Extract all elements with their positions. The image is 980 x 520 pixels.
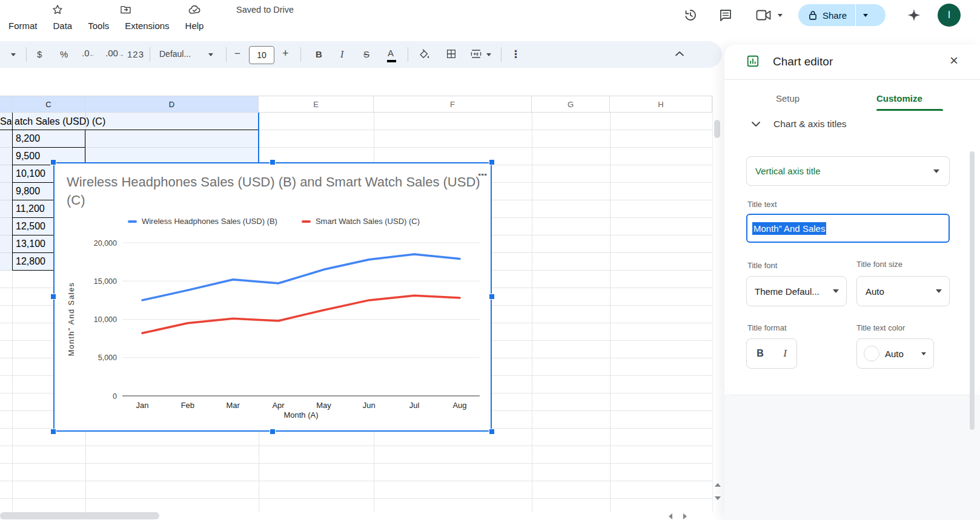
chart-resize-handle[interactable]	[489, 294, 495, 300]
more-toolbar-button[interactable]: ⋮	[511, 48, 521, 61]
active-tab-underline	[876, 109, 943, 111]
chart-plot: 05,00010,00015,00020,000JanFebMarAprMayJ…	[55, 163, 493, 433]
meet-dropdown-caret[interactable]	[778, 14, 783, 17]
cell-border	[12, 113, 13, 130]
collapse-toolbar-icon[interactable]	[674, 50, 686, 58]
comment-icon[interactable]	[718, 8, 733, 22]
decrease-font-size-button[interactable]: −	[234, 48, 240, 60]
panel-title: Chart editor	[773, 55, 833, 68]
toolbar-dropdown-caret[interactable]	[11, 53, 16, 56]
column-header-partial[interactable]	[0, 96, 12, 112]
merge-cells-caret[interactable]	[486, 53, 491, 56]
title-text-label: Title text	[747, 200, 777, 209]
title-font-size-select[interactable]: Auto	[856, 276, 950, 306]
section-chart-axis-titles[interactable]: Chart & axis titles	[773, 119, 847, 130]
scroll-down-arrow[interactable]	[715, 496, 721, 500]
scroll-right-arrow[interactable]	[683, 513, 687, 519]
tab-customize[interactable]: Customize	[876, 93, 922, 104]
embedded-chart[interactable]: Wireless Headphones Sales (USD) (B) and …	[53, 162, 492, 432]
menu-format[interactable]: Format	[7, 18, 39, 33]
format-currency-button[interactable]: $	[37, 49, 42, 59]
axis-title-select[interactable]: Vertical axis title	[746, 156, 950, 186]
title-italic-button[interactable]: I	[783, 348, 786, 359]
increase-decimal-button[interactable]: .00→	[105, 48, 124, 58]
grid-vline	[610, 113, 611, 512]
column-header-e[interactable]: E	[259, 96, 374, 112]
close-icon[interactable]: ×	[950, 52, 958, 69]
chart-resize-handle[interactable]	[50, 294, 56, 300]
h-scrollbar-thumb[interactable]	[0, 512, 159, 519]
column-header-c[interactable]: C	[12, 96, 85, 112]
toolbar-separator	[150, 47, 150, 62]
text-color-button[interactable]: A	[388, 48, 394, 59]
italic-button[interactable]: I	[340, 49, 343, 60]
increase-font-size-button[interactable]: +	[282, 47, 289, 60]
toolbar-separator	[501, 47, 502, 62]
decrease-decimal-button[interactable]: .0←	[82, 48, 96, 58]
title-font-value: Theme Defaul...	[755, 286, 819, 297]
format-percent-button[interactable]: %	[60, 49, 68, 59]
menu-data[interactable]: Data	[52, 18, 74, 33]
title-font-size-caret	[936, 289, 942, 293]
v-scrollbar-thumb[interactable]	[714, 120, 720, 138]
menu-help[interactable]: Help	[184, 18, 205, 33]
share-button[interactable]: Share	[823, 10, 847, 21]
chart-resize-handle[interactable]	[270, 429, 276, 435]
title-text-color-caret	[921, 352, 926, 355]
menu-tools[interactable]: Tools	[87, 18, 110, 33]
chart-resize-handle[interactable]	[50, 429, 56, 435]
column-header-d[interactable]: D	[85, 96, 259, 112]
strikethrough-button[interactable]: S	[363, 49, 369, 59]
chart-editor-panel: Chart editor × Setup Customize Chart & a…	[724, 45, 980, 520]
more-formats-button[interactable]: 123	[127, 49, 144, 59]
move-folder-icon[interactable]	[119, 4, 132, 16]
bold-button[interactable]: B	[316, 49, 322, 59]
chart-resize-handle[interactable]	[270, 159, 276, 165]
y-tick-label: 20,000	[94, 239, 117, 248]
v-scrollbar-track[interactable]	[712, 96, 723, 512]
cell-c1[interactable]: atch Sales (USD) (C)	[15, 113, 105, 130]
title-text-color-select[interactable]: Auto	[856, 338, 934, 369]
toolbar-separator	[408, 47, 408, 62]
chevron-down-icon[interactable]	[751, 121, 761, 128]
title-text-input[interactable]: Month” And Sales	[746, 214, 950, 243]
font-family-caret[interactable]	[208, 53, 213, 56]
merge-cells-icon[interactable]	[470, 49, 482, 59]
cloud-saved-icon[interactable]	[188, 4, 202, 16]
y-tick-label: 5,000	[98, 354, 117, 362]
chart-editor-icon	[746, 54, 760, 68]
column-header-g[interactable]: G	[532, 96, 610, 112]
chart-resize-handle[interactable]	[50, 159, 56, 165]
fill-color-icon[interactable]	[418, 48, 430, 60]
title-text-color-label: Title text color	[856, 323, 905, 332]
cell-c2[interactable]: 8,200	[13, 130, 85, 148]
version-history-icon[interactable]	[683, 8, 698, 22]
scroll-up-arrow[interactable]	[715, 483, 721, 487]
avatar[interactable]: I	[938, 4, 961, 27]
column-header-h[interactable]: H	[610, 96, 712, 112]
font-size-input[interactable]: 10	[249, 46, 274, 64]
grid-vline	[532, 113, 532, 512]
font-family-select[interactable]: Defaul...	[159, 49, 191, 59]
tab-setup[interactable]: Setup	[776, 93, 800, 104]
app-window: { "topbar": { "saved_status": "Saved to …	[0, 0, 980, 520]
chart-resize-handle[interactable]	[489, 159, 495, 165]
cell-b1-fragment[interactable]: Sal	[0, 113, 12, 130]
column-header-f[interactable]: F	[374, 96, 532, 112]
star-icon[interactable]	[51, 4, 64, 16]
borders-icon[interactable]	[446, 48, 457, 59]
title-font-select[interactable]: Theme Defaul...	[746, 276, 847, 306]
share-dropdown-caret[interactable]	[863, 14, 868, 17]
chart-resize-handle[interactable]	[489, 429, 495, 435]
toolbar-separator	[300, 47, 301, 62]
card-bottom	[724, 385, 980, 395]
panel-scrollbar-thumb[interactable]	[970, 151, 975, 430]
y-tick-label: 10,000	[94, 315, 117, 324]
menu-extensions[interactable]: Extensions	[124, 18, 170, 33]
meet-video-icon[interactable]	[756, 9, 772, 21]
scroll-left-arrow[interactable]	[669, 513, 672, 519]
title-bold-button[interactable]: B	[757, 348, 764, 359]
gemini-sparkle-icon[interactable]	[906, 7, 922, 23]
title-font-size-value: Auto	[866, 286, 884, 297]
x-tick-label: Jul	[409, 401, 420, 410]
